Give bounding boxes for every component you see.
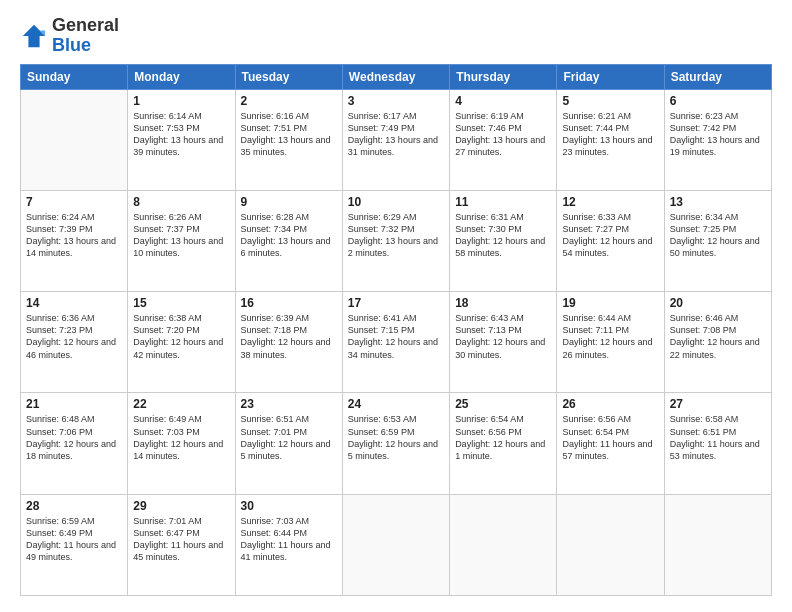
cell-text: Sunrise: 6:21 AM Sunset: 7:44 PM Dayligh… bbox=[562, 110, 658, 159]
logo-text: General Blue bbox=[52, 16, 119, 56]
day-number: 24 bbox=[348, 397, 444, 411]
week-row-1: 7Sunrise: 6:24 AM Sunset: 7:39 PM Daylig… bbox=[21, 190, 772, 291]
calendar-cell: 27Sunrise: 6:58 AM Sunset: 6:51 PM Dayli… bbox=[664, 393, 771, 494]
cell-text: Sunrise: 6:19 AM Sunset: 7:46 PM Dayligh… bbox=[455, 110, 551, 159]
calendar-cell: 7Sunrise: 6:24 AM Sunset: 7:39 PM Daylig… bbox=[21, 190, 128, 291]
day-number: 2 bbox=[241, 94, 337, 108]
day-number: 10 bbox=[348, 195, 444, 209]
calendar-cell: 16Sunrise: 6:39 AM Sunset: 7:18 PM Dayli… bbox=[235, 292, 342, 393]
cell-text: Sunrise: 6:16 AM Sunset: 7:51 PM Dayligh… bbox=[241, 110, 337, 159]
cell-text: Sunrise: 6:51 AM Sunset: 7:01 PM Dayligh… bbox=[241, 413, 337, 462]
day-number: 7 bbox=[26, 195, 122, 209]
svg-marker-0 bbox=[23, 25, 45, 47]
calendar-cell: 23Sunrise: 6:51 AM Sunset: 7:01 PM Dayli… bbox=[235, 393, 342, 494]
day-number: 14 bbox=[26, 296, 122, 310]
day-number: 21 bbox=[26, 397, 122, 411]
day-number: 15 bbox=[133, 296, 229, 310]
calendar-table: SundayMondayTuesdayWednesdayThursdayFrid… bbox=[20, 64, 772, 596]
cell-text: Sunrise: 6:33 AM Sunset: 7:27 PM Dayligh… bbox=[562, 211, 658, 260]
cell-text: Sunrise: 6:34 AM Sunset: 7:25 PM Dayligh… bbox=[670, 211, 766, 260]
day-number: 12 bbox=[562, 195, 658, 209]
week-row-2: 14Sunrise: 6:36 AM Sunset: 7:23 PM Dayli… bbox=[21, 292, 772, 393]
day-number: 19 bbox=[562, 296, 658, 310]
day-header-saturday: Saturday bbox=[664, 64, 771, 89]
cell-text: Sunrise: 6:31 AM Sunset: 7:30 PM Dayligh… bbox=[455, 211, 551, 260]
calendar-cell bbox=[342, 494, 449, 595]
calendar-cell: 11Sunrise: 6:31 AM Sunset: 7:30 PM Dayli… bbox=[450, 190, 557, 291]
cell-text: Sunrise: 7:01 AM Sunset: 6:47 PM Dayligh… bbox=[133, 515, 229, 564]
calendar-cell: 13Sunrise: 6:34 AM Sunset: 7:25 PM Dayli… bbox=[664, 190, 771, 291]
calendar-cell: 6Sunrise: 6:23 AM Sunset: 7:42 PM Daylig… bbox=[664, 89, 771, 190]
cell-text: Sunrise: 6:58 AM Sunset: 6:51 PM Dayligh… bbox=[670, 413, 766, 462]
calendar-cell: 17Sunrise: 6:41 AM Sunset: 7:15 PM Dayli… bbox=[342, 292, 449, 393]
calendar-cell bbox=[21, 89, 128, 190]
calendar-cell: 8Sunrise: 6:26 AM Sunset: 7:37 PM Daylig… bbox=[128, 190, 235, 291]
calendar-cell bbox=[664, 494, 771, 595]
cell-text: Sunrise: 6:38 AM Sunset: 7:20 PM Dayligh… bbox=[133, 312, 229, 361]
cell-text: Sunrise: 6:48 AM Sunset: 7:06 PM Dayligh… bbox=[26, 413, 122, 462]
calendar-cell: 1Sunrise: 6:14 AM Sunset: 7:53 PM Daylig… bbox=[128, 89, 235, 190]
day-number: 4 bbox=[455, 94, 551, 108]
cell-text: Sunrise: 6:26 AM Sunset: 7:37 PM Dayligh… bbox=[133, 211, 229, 260]
cell-text: Sunrise: 6:14 AM Sunset: 7:53 PM Dayligh… bbox=[133, 110, 229, 159]
day-header-friday: Friday bbox=[557, 64, 664, 89]
day-number: 23 bbox=[241, 397, 337, 411]
cell-text: Sunrise: 6:17 AM Sunset: 7:49 PM Dayligh… bbox=[348, 110, 444, 159]
day-number: 18 bbox=[455, 296, 551, 310]
logo: General Blue bbox=[20, 16, 119, 56]
calendar-cell: 3Sunrise: 6:17 AM Sunset: 7:49 PM Daylig… bbox=[342, 89, 449, 190]
page: General Blue SundayMondayTuesdayWednesda… bbox=[0, 0, 792, 612]
day-number: 3 bbox=[348, 94, 444, 108]
day-header-tuesday: Tuesday bbox=[235, 64, 342, 89]
calendar-cell: 18Sunrise: 6:43 AM Sunset: 7:13 PM Dayli… bbox=[450, 292, 557, 393]
cell-text: Sunrise: 6:23 AM Sunset: 7:42 PM Dayligh… bbox=[670, 110, 766, 159]
day-number: 25 bbox=[455, 397, 551, 411]
header: General Blue bbox=[20, 16, 772, 56]
calendar-cell: 10Sunrise: 6:29 AM Sunset: 7:32 PM Dayli… bbox=[342, 190, 449, 291]
day-number: 22 bbox=[133, 397, 229, 411]
calendar-cell: 2Sunrise: 6:16 AM Sunset: 7:51 PM Daylig… bbox=[235, 89, 342, 190]
calendar-cell: 9Sunrise: 6:28 AM Sunset: 7:34 PM Daylig… bbox=[235, 190, 342, 291]
calendar-cell bbox=[557, 494, 664, 595]
day-header-sunday: Sunday bbox=[21, 64, 128, 89]
day-header-thursday: Thursday bbox=[450, 64, 557, 89]
cell-text: Sunrise: 6:49 AM Sunset: 7:03 PM Dayligh… bbox=[133, 413, 229, 462]
day-number: 5 bbox=[562, 94, 658, 108]
cell-text: Sunrise: 6:54 AM Sunset: 6:56 PM Dayligh… bbox=[455, 413, 551, 462]
cell-text: Sunrise: 6:36 AM Sunset: 7:23 PM Dayligh… bbox=[26, 312, 122, 361]
calendar-cell: 20Sunrise: 6:46 AM Sunset: 7:08 PM Dayli… bbox=[664, 292, 771, 393]
day-number: 6 bbox=[670, 94, 766, 108]
calendar-cell: 30Sunrise: 7:03 AM Sunset: 6:44 PM Dayli… bbox=[235, 494, 342, 595]
cell-text: Sunrise: 6:59 AM Sunset: 6:49 PM Dayligh… bbox=[26, 515, 122, 564]
day-number: 13 bbox=[670, 195, 766, 209]
cell-text: Sunrise: 6:44 AM Sunset: 7:11 PM Dayligh… bbox=[562, 312, 658, 361]
logo-icon bbox=[20, 22, 48, 50]
cell-text: Sunrise: 6:29 AM Sunset: 7:32 PM Dayligh… bbox=[348, 211, 444, 260]
calendar-cell: 25Sunrise: 6:54 AM Sunset: 6:56 PM Dayli… bbox=[450, 393, 557, 494]
calendar-cell: 5Sunrise: 6:21 AM Sunset: 7:44 PM Daylig… bbox=[557, 89, 664, 190]
day-number: 20 bbox=[670, 296, 766, 310]
day-number: 28 bbox=[26, 499, 122, 513]
calendar-cell: 14Sunrise: 6:36 AM Sunset: 7:23 PM Dayli… bbox=[21, 292, 128, 393]
day-number: 27 bbox=[670, 397, 766, 411]
calendar-cell: 24Sunrise: 6:53 AM Sunset: 6:59 PM Dayli… bbox=[342, 393, 449, 494]
cell-text: Sunrise: 6:43 AM Sunset: 7:13 PM Dayligh… bbox=[455, 312, 551, 361]
week-row-3: 21Sunrise: 6:48 AM Sunset: 7:06 PM Dayli… bbox=[21, 393, 772, 494]
day-header-wednesday: Wednesday bbox=[342, 64, 449, 89]
day-number: 30 bbox=[241, 499, 337, 513]
calendar-cell: 29Sunrise: 7:01 AM Sunset: 6:47 PM Dayli… bbox=[128, 494, 235, 595]
day-number: 17 bbox=[348, 296, 444, 310]
cell-text: Sunrise: 6:28 AM Sunset: 7:34 PM Dayligh… bbox=[241, 211, 337, 260]
cell-text: Sunrise: 6:24 AM Sunset: 7:39 PM Dayligh… bbox=[26, 211, 122, 260]
calendar-cell: 4Sunrise: 6:19 AM Sunset: 7:46 PM Daylig… bbox=[450, 89, 557, 190]
cell-text: Sunrise: 6:41 AM Sunset: 7:15 PM Dayligh… bbox=[348, 312, 444, 361]
calendar-cell bbox=[450, 494, 557, 595]
day-number: 29 bbox=[133, 499, 229, 513]
day-number: 11 bbox=[455, 195, 551, 209]
calendar-cell: 12Sunrise: 6:33 AM Sunset: 7:27 PM Dayli… bbox=[557, 190, 664, 291]
calendar-cell: 26Sunrise: 6:56 AM Sunset: 6:54 PM Dayli… bbox=[557, 393, 664, 494]
calendar-cell: 19Sunrise: 6:44 AM Sunset: 7:11 PM Dayli… bbox=[557, 292, 664, 393]
header-row: SundayMondayTuesdayWednesdayThursdayFrid… bbox=[21, 64, 772, 89]
cell-text: Sunrise: 6:53 AM Sunset: 6:59 PM Dayligh… bbox=[348, 413, 444, 462]
cell-text: Sunrise: 6:46 AM Sunset: 7:08 PM Dayligh… bbox=[670, 312, 766, 361]
